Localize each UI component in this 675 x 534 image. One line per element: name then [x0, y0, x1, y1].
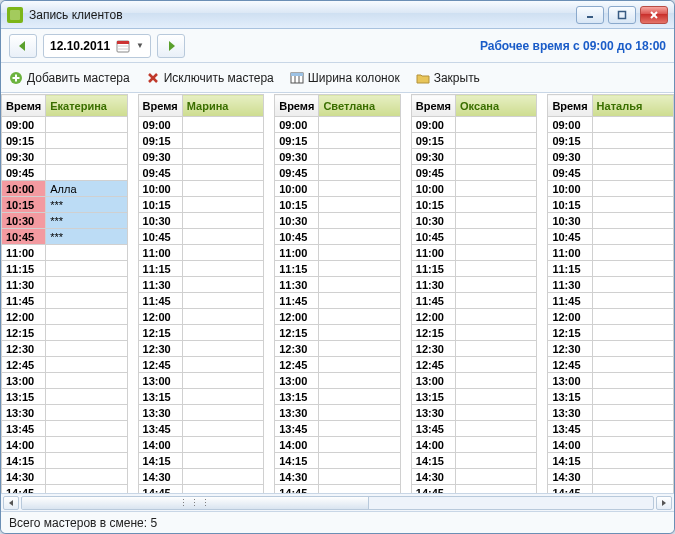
- slot-cell[interactable]: [592, 229, 673, 245]
- slot-cell[interactable]: [592, 421, 673, 437]
- slot-cell[interactable]: [455, 197, 536, 213]
- column-width-button[interactable]: Ширина колонок: [290, 71, 400, 85]
- next-day-button[interactable]: [157, 34, 185, 58]
- slot-cell[interactable]: [319, 437, 400, 453]
- slot-cell[interactable]: [592, 485, 673, 494]
- slot-cell[interactable]: [319, 245, 400, 261]
- slot-cell[interactable]: [455, 373, 536, 389]
- slot-cell[interactable]: [319, 293, 400, 309]
- slot-cell[interactable]: [319, 277, 400, 293]
- slot-cell[interactable]: [182, 341, 263, 357]
- slot-cell[interactable]: [182, 309, 263, 325]
- horizontal-scrollbar[interactable]: ⋮⋮⋮: [1, 493, 674, 511]
- slot-cell[interactable]: [319, 325, 400, 341]
- time-header[interactable]: Время: [548, 95, 592, 117]
- slot-cell[interactable]: [592, 357, 673, 373]
- slot-cell[interactable]: [46, 341, 127, 357]
- slot-cell[interactable]: [592, 261, 673, 277]
- slot-cell[interactable]: [592, 389, 673, 405]
- slot-cell[interactable]: [319, 149, 400, 165]
- slot-cell[interactable]: [46, 149, 127, 165]
- time-header[interactable]: Время: [275, 95, 319, 117]
- slot-cell[interactable]: [46, 485, 127, 494]
- slot-cell[interactable]: [592, 245, 673, 261]
- slot-cell[interactable]: [182, 117, 263, 133]
- slot-cell[interactable]: [319, 373, 400, 389]
- slot-cell[interactable]: [46, 277, 127, 293]
- slot-cell[interactable]: [592, 437, 673, 453]
- slot-cell[interactable]: [46, 309, 127, 325]
- slot-cell[interactable]: [319, 389, 400, 405]
- slot-cell[interactable]: [182, 149, 263, 165]
- slot-cell[interactable]: [455, 149, 536, 165]
- slot-cell[interactable]: [319, 197, 400, 213]
- slot-cell[interactable]: [455, 469, 536, 485]
- slot-cell[interactable]: [182, 357, 263, 373]
- slot-cell[interactable]: [455, 485, 536, 494]
- slot-cell[interactable]: [592, 293, 673, 309]
- slot-cell[interactable]: [46, 325, 127, 341]
- slot-cell[interactable]: [455, 437, 536, 453]
- slot-cell[interactable]: [592, 277, 673, 293]
- slot-cell[interactable]: [182, 485, 263, 494]
- slot-cell[interactable]: [319, 229, 400, 245]
- slot-cell[interactable]: [182, 165, 263, 181]
- slot-cell[interactable]: [46, 165, 127, 181]
- slot-cell[interactable]: [182, 293, 263, 309]
- slot-cell[interactable]: [455, 229, 536, 245]
- slot-cell[interactable]: [182, 325, 263, 341]
- slot-cell[interactable]: [455, 293, 536, 309]
- slot-cell[interactable]: [319, 341, 400, 357]
- slot-cell[interactable]: [592, 165, 673, 181]
- close-window-button[interactable]: [640, 6, 668, 24]
- slot-cell[interactable]: [455, 389, 536, 405]
- time-header[interactable]: Время: [411, 95, 455, 117]
- slot-cell[interactable]: [592, 405, 673, 421]
- slot-cell[interactable]: [455, 421, 536, 437]
- slot-cell[interactable]: ***: [46, 229, 127, 245]
- slot-cell[interactable]: [182, 229, 263, 245]
- slot-cell[interactable]: [319, 261, 400, 277]
- time-header[interactable]: Время: [2, 95, 46, 117]
- slot-cell[interactable]: [592, 453, 673, 469]
- slot-cell[interactable]: [319, 181, 400, 197]
- slot-cell[interactable]: [182, 405, 263, 421]
- add-master-button[interactable]: Добавить мастера: [9, 71, 130, 85]
- slot-cell[interactable]: [455, 133, 536, 149]
- slot-cell[interactable]: [182, 373, 263, 389]
- maximize-button[interactable]: [608, 6, 636, 24]
- master-header[interactable]: Оксана: [455, 95, 536, 117]
- slot-cell[interactable]: [592, 117, 673, 133]
- slot-cell[interactable]: [182, 261, 263, 277]
- slot-cell[interactable]: [182, 277, 263, 293]
- slot-cell[interactable]: [182, 197, 263, 213]
- slot-cell[interactable]: ***: [46, 197, 127, 213]
- slot-cell[interactable]: [182, 389, 263, 405]
- slot-cell[interactable]: [46, 261, 127, 277]
- slot-cell[interactable]: [46, 453, 127, 469]
- slot-cell[interactable]: [319, 469, 400, 485]
- slot-cell[interactable]: [46, 421, 127, 437]
- remove-master-button[interactable]: Исключить мастера: [146, 71, 274, 85]
- scroll-thumb[interactable]: ⋮⋮⋮: [22, 497, 369, 509]
- scroll-track[interactable]: ⋮⋮⋮: [21, 496, 654, 510]
- slot-cell[interactable]: [319, 357, 400, 373]
- slot-cell[interactable]: [455, 357, 536, 373]
- slot-cell[interactable]: [182, 437, 263, 453]
- master-header[interactable]: Екатерина: [46, 95, 127, 117]
- slot-cell[interactable]: [592, 309, 673, 325]
- scroll-left-button[interactable]: [3, 496, 19, 510]
- slot-cell[interactable]: [319, 133, 400, 149]
- slot-cell[interactable]: [182, 245, 263, 261]
- master-header[interactable]: Светлана: [319, 95, 400, 117]
- slot-cell[interactable]: [455, 245, 536, 261]
- close-button[interactable]: Закрыть: [416, 71, 480, 85]
- prev-day-button[interactable]: [9, 34, 37, 58]
- time-header[interactable]: Время: [138, 95, 182, 117]
- slot-cell[interactable]: [182, 421, 263, 437]
- slot-cell[interactable]: [182, 213, 263, 229]
- slot-cell[interactable]: [46, 117, 127, 133]
- slot-cell[interactable]: [455, 453, 536, 469]
- slot-cell[interactable]: ***: [46, 213, 127, 229]
- slot-cell[interactable]: [592, 469, 673, 485]
